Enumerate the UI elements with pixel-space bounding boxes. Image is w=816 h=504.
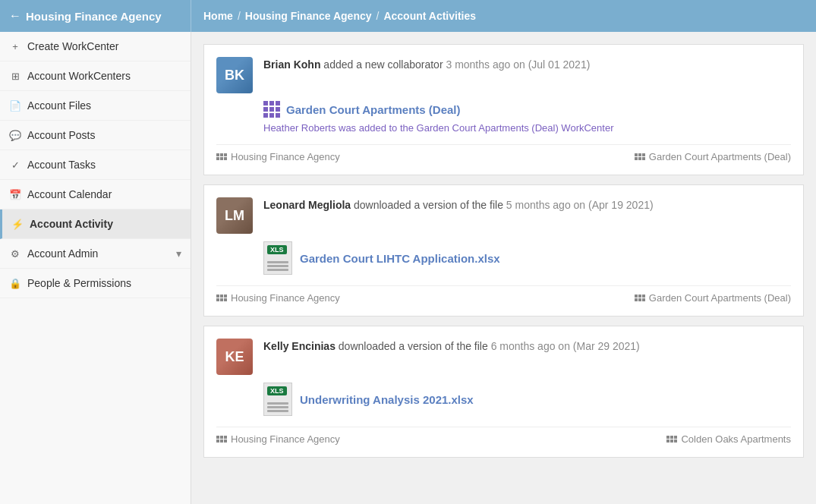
chevron-down-icon: ▾ — [176, 247, 181, 260]
grid-icon: ⊞ — [9, 71, 21, 82]
lock-icon: 🔒 — [9, 278, 21, 289]
breadcrumb-current: Account Activities — [383, 10, 476, 22]
sidebar-label-account-workcenters: Account WorkCenters — [27, 70, 131, 82]
back-button[interactable]: ← Housing Finance Agency — [0, 0, 191, 32]
sidebar-label-account-files: Account Files — [27, 99, 91, 112]
activity-footer-3: Housing Finance Agency Colden Oaks Apart… — [216, 427, 791, 445]
activity-text-3: Kelly Encinias downloaded a version of t… — [263, 339, 791, 354]
xls-badge-3: XLS — [267, 386, 287, 395]
sidebar-item-account-files[interactable]: 📄 Account Files — [0, 91, 191, 121]
sidebar-item-people-permissions[interactable]: 🔒 People & Permissions — [0, 269, 191, 298]
activity-text-2: Leonard Megliola downloaded a version of… — [263, 197, 791, 213]
date-3: (Mar 29 2021) — [573, 340, 640, 352]
gear-icon: ⚙ — [9, 248, 21, 260]
table-icon-left-2 — [216, 295, 227, 301]
footer-left-1: Housing Finance Agency — [216, 151, 340, 162]
activity-footer-2: Housing Finance Agency Garden Court Apar… — [216, 285, 791, 304]
breadcrumb-home[interactable]: Home — [203, 10, 233, 22]
user-name-1: Brian Kohn — [263, 58, 320, 71]
sidebar-item-account-tasks[interactable]: ✓ Account Tasks — [0, 150, 191, 180]
back-arrow-icon: ← — [9, 9, 21, 23]
footer-agency-3: Housing Finance Agency — [231, 433, 340, 445]
sidebar-label-account-posts: Account Posts — [27, 129, 96, 141]
activity-header-2: LM Leonard Megliola downloaded a version… — [216, 197, 791, 234]
deal-link-row-1: Garden Court Apartments (Deal) — [263, 101, 791, 118]
sidebar-label-account-tasks: Account Tasks — [27, 159, 96, 171]
activity-card-1: BK Brian Kohn added a new collaborator 3… — [203, 44, 804, 175]
user-name-2: Leonard Megliola — [263, 199, 351, 211]
file-link-row-2: XLS Garden Court LIHTC Application.xlsx — [263, 241, 791, 275]
plus-icon: + — [9, 41, 21, 52]
action-text-2: downloaded a version of the file — [354, 199, 506, 211]
action-text-3: downloaded a version of the file — [339, 340, 491, 352]
date-2: (Apr 19 2021) — [588, 199, 654, 211]
sidebar-item-account-posts[interactable]: 💬 Account Posts — [0, 121, 191, 150]
time-ago-1: 3 months ago on — [446, 58, 528, 71]
activity-text-1: Brian Kohn added a new collaborator 3 mo… — [263, 57, 791, 73]
time-ago-2: 5 months ago on — [506, 199, 588, 211]
activity-footer-1: Housing Finance Agency Garden Court Apar… — [216, 144, 791, 162]
footer-deal-2: Garden Court Apartments (Deal) — [649, 292, 791, 304]
deal-grid-icon-1 — [263, 101, 280, 118]
footer-right-3: Colden Oaks Apartments — [666, 433, 791, 445]
bubble-icon: 💬 — [9, 130, 21, 141]
sidebar-label-account-admin: Account Admin — [27, 247, 98, 260]
table-icon-right-1 — [635, 153, 645, 160]
breadcrumb: Home / Housing Finance Agency / Account … — [191, 10, 488, 22]
sidebar-item-create-workcenter[interactable]: + Create WorkCenter — [0, 32, 191, 61]
table-icon-right-2 — [635, 295, 645, 301]
footer-agency-2: Housing Finance Agency — [231, 292, 340, 304]
footer-right-2: Garden Court Apartments (Deal) — [635, 292, 791, 304]
xls-icon-2: XLS — [263, 241, 292, 275]
file-link-2[interactable]: Garden Court LIHTC Application.xlsx — [300, 252, 500, 265]
footer-left-3: Housing Finance Agency — [216, 433, 340, 445]
sidebar-item-account-calendar[interactable]: 📅 Account Calendar — [0, 180, 191, 209]
sidebar-item-account-activity[interactable]: ⚡ Account Activity — [0, 209, 191, 239]
sidebar-label-account-calendar: Account Calendar — [27, 188, 112, 200]
sidebar-label-create-workcenter: Create WorkCenter — [27, 40, 118, 52]
xls-badge-2: XLS — [267, 245, 287, 254]
file-link-3[interactable]: Underwriting Analysis 2021.xlsx — [300, 393, 474, 406]
sidebar-label-people-permissions: People & Permissions — [27, 277, 131, 289]
sidebar-label-account-activity: Account Activity — [30, 218, 113, 230]
activity-subtitle-1: Heather Roberts was added to the Garden … — [263, 122, 791, 134]
breadcrumb-agency[interactable]: Housing Finance Agency — [245, 10, 372, 22]
activity-header-3: KE Kelly Encinias downloaded a version o… — [216, 339, 791, 375]
footer-deal-3: Colden Oaks Apartments — [681, 433, 791, 445]
check-icon: ✓ — [9, 159, 21, 171]
avatar-brian-kohn: BK — [216, 57, 253, 93]
header-agency-name: Housing Finance Agency — [26, 10, 162, 23]
xls-icon-3: XLS — [263, 383, 292, 416]
activity-card-2: LM Leonard Megliola downloaded a version… — [203, 184, 804, 317]
activity-header-1: BK Brian Kohn added a new collaborator 3… — [216, 57, 791, 93]
time-ago-3: 6 months ago on — [491, 340, 573, 352]
footer-agency-1: Housing Finance Agency — [231, 151, 340, 162]
bolt-icon: ⚡ — [11, 219, 24, 230]
sidebar: + Create WorkCenter ⊞ Account WorkCenter… — [0, 32, 191, 504]
user-name-3: Kelly Encinias — [263, 340, 336, 352]
avatar-kelly-encinias: KE — [216, 339, 253, 375]
action-text-1: added a new collaborator — [323, 58, 446, 71]
table-icon-left-3 — [216, 436, 227, 443]
calendar-icon: 📅 — [9, 189, 21, 200]
activity-card-3: KE Kelly Encinias downloaded a version o… — [203, 326, 804, 458]
file-icon: 📄 — [9, 100, 21, 112]
table-icon-left-1 — [216, 153, 227, 160]
sidebar-item-account-admin[interactable]: ⚙ Account Admin ▾ — [0, 239, 191, 269]
main-layout: + Create WorkCenter ⊞ Account WorkCenter… — [0, 32, 816, 504]
table-icon-right-3 — [666, 436, 677, 443]
file-link-row-3: XLS Underwriting Analysis 2021.xlsx — [263, 383, 791, 416]
footer-deal-1: Garden Court Apartments (Deal) — [649, 151, 791, 162]
sidebar-item-account-workcenters[interactable]: ⊞ Account WorkCenters — [0, 61, 191, 91]
deal-link-1[interactable]: Garden Court Apartments (Deal) — [286, 103, 460, 116]
footer-right-1: Garden Court Apartments (Deal) — [635, 151, 791, 162]
main-content: BK Brian Kohn added a new collaborator 3… — [191, 32, 816, 504]
header: ← Housing Finance Agency Home / Housing … — [0, 0, 816, 32]
date-1: (Jul 01 2021) — [528, 58, 591, 71]
footer-left-2: Housing Finance Agency — [216, 292, 340, 304]
avatar-leonard-megliola: LM — [216, 197, 253, 234]
